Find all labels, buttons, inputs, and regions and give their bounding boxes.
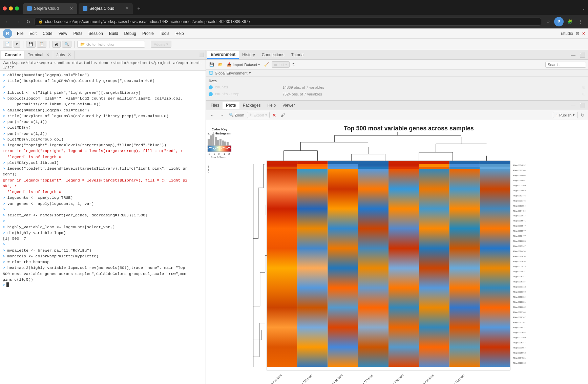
find-button[interactable]: 🔍 — [62, 41, 71, 48]
tab-help[interactable]: Help — [264, 102, 279, 109]
save-all-button[interactable]: 📋 — [37, 41, 46, 48]
publish-button[interactable]: ↑ Publish ▾ — [553, 112, 578, 118]
delete-plot-button[interactable]: ✕ — [271, 112, 278, 119]
terminal-tab-close[interactable]: ✕ — [46, 52, 49, 57]
tab-viewer[interactable]: Viewer — [279, 102, 298, 109]
import-dataset-button[interactable]: 📥 Import Dataset ▾ — [226, 62, 261, 67]
publish-label: Publish — [559, 113, 571, 117]
brush-button[interactable]: 🖌 — [279, 112, 287, 119]
counts-grid-icon[interactable]: ⊞ — [582, 85, 585, 89]
refresh-button[interactable]: ↻ — [24, 18, 33, 26]
forward-button[interactable]: → — [14, 18, 22, 26]
minimize-window-button[interactable] — [9, 6, 13, 10]
export-button[interactable]: ⬆ Export ▾ — [247, 112, 270, 118]
back-button[interactable]: ← — [3, 18, 12, 26]
global-env-label: Global Environment — [215, 71, 248, 75]
right-pane: Environment History Connections Tutorial… — [206, 50, 588, 384]
data-row-counts-keep[interactable]: counts.keep 7524 obs. of 7 variables ⊞ — [206, 91, 588, 98]
more-options-icon[interactable]: ⋮ — [576, 17, 585, 26]
zoom-button[interactable]: 🔍 Zoom — [228, 112, 246, 118]
console-content[interactable]: > abline(h=median(logcpm),col="blue") > … — [0, 71, 206, 384]
svg-rect-67 — [267, 167, 297, 169]
menu-profile[interactable]: Profile — [140, 30, 156, 37]
env-maximize-button[interactable]: ⬜ — [578, 51, 587, 58]
global-env-selector[interactable]: 🌐 Global Environment ▾ — [206, 70, 588, 77]
env-search-input[interactable] — [545, 62, 586, 68]
tab-terminal[interactable]: Terminal ✕ — [24, 51, 53, 59]
svg-text:FBgn0003360: FBgn0003360 — [513, 291, 526, 293]
addins-chevron: ▾ — [166, 42, 168, 46]
tab-environment[interactable]: Environment — [207, 51, 239, 59]
menu-help[interactable]: Help — [173, 30, 187, 37]
plot-back-button[interactable]: ← — [208, 112, 216, 118]
console-input-line[interactable]: > — [3, 282, 203, 287]
close-window-button[interactable] — [3, 6, 7, 10]
maximize-window-button[interactable] — [15, 6, 19, 10]
print-button[interactable]: 🖨 — [52, 41, 61, 48]
goto-file-input[interactable]: 📂 Go to file/function — [77, 41, 145, 48]
tab2-label: Seqera Cloud — [89, 6, 114, 11]
browser-tab-2[interactable]: Seqera Cloud ✕ — [79, 3, 133, 14]
tab2-close[interactable]: ✕ — [125, 6, 129, 11]
files-minimize-button[interactable]: — — [569, 102, 577, 109]
extensions-icon[interactable]: 🧩 — [565, 17, 574, 26]
tab-plots[interactable]: Plots — [223, 102, 239, 109]
heatmap-cells — [267, 164, 510, 367]
menu-tools[interactable]: Tools — [157, 30, 172, 37]
jobs-tab-close[interactable]: ✕ — [68, 52, 71, 57]
svg-rect-85 — [328, 161, 358, 164]
data-row-counts[interactable]: counts 14869 obs. of 7 variables ⊞ — [206, 84, 588, 91]
new-tab-button[interactable]: + — [134, 4, 144, 13]
svg-text:and Histogram: and Histogram — [208, 131, 231, 135]
browser-tab-1[interactable]: Seqera Cloud ✕ — [23, 3, 77, 14]
tab-jobs[interactable]: Jobs ✕ — [53, 51, 75, 59]
toolbar-separator-3 — [74, 41, 75, 48]
open-file-button[interactable]: ▾ — [14, 41, 20, 48]
env-minimize-button[interactable]: — — [569, 51, 577, 58]
menu-code[interactable]: Code — [40, 30, 55, 37]
tab-files[interactable]: Files — [207, 102, 223, 109]
svg-rect-10 — [227, 142, 229, 146]
bookmark-icon[interactable]: ☆ — [543, 17, 553, 26]
menu-build[interactable]: Build — [106, 30, 121, 37]
tab-connections[interactable]: Connections — [258, 51, 288, 59]
lock-icon: 🔒 — [38, 19, 43, 24]
files-maximize-button[interactable]: ⬜ — [578, 102, 587, 109]
menu-edit[interactable]: Edit — [27, 30, 39, 37]
data-section: Data counts 14869 obs. of 7 variables ⊞ … — [206, 77, 588, 99]
tab-tutorial[interactable]: Tutorial — [288, 51, 308, 59]
address-bar[interactable]: 🔒 cloud.seqera.io/orgs/community/workspa… — [35, 18, 541, 26]
refresh-plot-button[interactable]: ↻ — [579, 112, 586, 119]
menu-session[interactable]: Session — [86, 30, 106, 37]
menu-plots[interactable]: Plots — [71, 30, 85, 37]
save-env-button[interactable]: 💾 — [208, 62, 215, 67]
console-cursor — [6, 282, 9, 287]
console-maximize-button[interactable]: ⬜ — [199, 52, 204, 57]
new-file-button[interactable]: 📄 — [3, 41, 12, 48]
tab-packages[interactable]: Packages — [239, 102, 264, 109]
menu-file[interactable]: File — [14, 30, 26, 37]
tab-expand-button[interactable]: ⌄ — [582, 6, 585, 11]
tab-console[interactable]: Console — [1, 51, 24, 59]
menu-view[interactable]: View — [56, 30, 70, 37]
svg-rect-70 — [358, 167, 388, 169]
profile-icon[interactable]: P — [554, 17, 564, 26]
tab-history[interactable]: History — [239, 51, 258, 59]
refresh-env-button[interactable]: ↻ — [291, 62, 297, 67]
menu-debug[interactable]: Debug — [122, 30, 139, 37]
toolbar-separator-2 — [49, 41, 49, 48]
clear-env-button[interactable]: 🧹 — [263, 62, 270, 67]
counts-keep-grid-icon[interactable]: ⊞ — [582, 92, 585, 96]
export-icon: ⬆ — [249, 113, 252, 117]
plot-forward-button[interactable]: → — [218, 112, 226, 118]
svg-rect-72 — [419, 167, 449, 169]
addins-button[interactable]: Addins ▾ — [151, 41, 171, 48]
terminal-tab-label: Terminal — [28, 52, 43, 57]
url-text: cloud.seqera.io/orgs/community/workspace… — [45, 19, 251, 24]
load-env-button[interactable]: 📂 — [217, 62, 224, 67]
tab1-close[interactable]: ✕ — [70, 6, 73, 11]
rstudio-close-icon[interactable]: ✕ — [582, 31, 585, 36]
list-view-button[interactable]: ☰ List ▾ — [272, 61, 290, 68]
save-button[interactable]: 💾 — [26, 41, 36, 48]
counts-icon — [209, 85, 213, 89]
